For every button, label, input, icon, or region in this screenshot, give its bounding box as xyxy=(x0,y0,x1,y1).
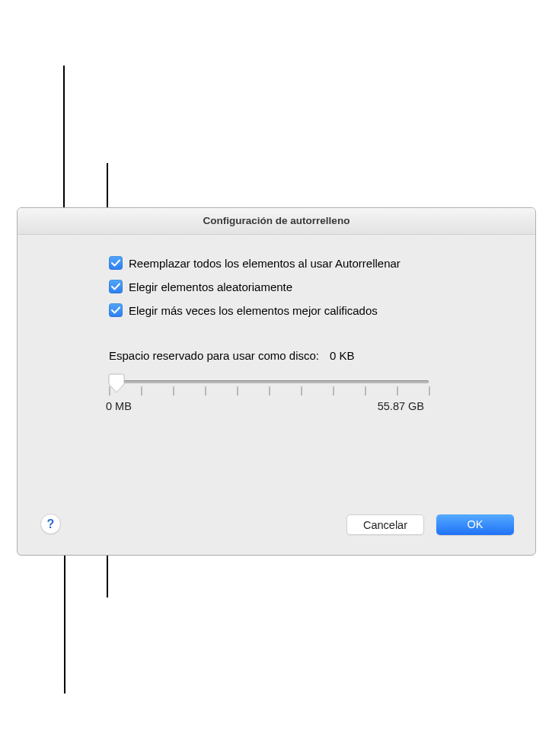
ok-button-label: OK xyxy=(468,518,484,530)
checkmark-icon xyxy=(110,281,121,292)
disk-space-label: Espacio reservado para usar como disco: xyxy=(109,349,319,362)
help-icon: ? xyxy=(47,517,55,530)
slider-ticks xyxy=(109,386,429,396)
ok-button[interactable]: OK xyxy=(436,514,514,535)
autofill-settings-dialog: Configuración de autorrelleno Reemplazar… xyxy=(17,207,536,556)
cancel-button[interactable]: Cancelar xyxy=(346,514,424,535)
disk-space-slider[interactable]: 0 MB 55.87 GB xyxy=(109,371,429,406)
checkbox-rated[interactable] xyxy=(109,303,123,317)
checkbox-random-label: Elegir elementos aleatoriamente xyxy=(129,280,292,293)
checkbox-row-random[interactable]: Elegir elementos aleatoriamente xyxy=(109,280,512,293)
checkbox-rated-label: Elegir más veces los elementos mejor cal… xyxy=(129,304,378,317)
slider-max-label: 55.87 GB xyxy=(378,400,424,412)
slider-min-label: 0 MB xyxy=(106,400,132,412)
disk-space-value: 0 KB xyxy=(330,349,355,362)
cancel-button-label: Cancelar xyxy=(363,519,407,531)
checkmark-icon xyxy=(110,258,121,268)
checkbox-row-rated[interactable]: Elegir más veces los elementos mejor cal… xyxy=(109,303,512,317)
help-button[interactable]: ? xyxy=(40,514,61,534)
checkbox-random[interactable] xyxy=(109,280,123,293)
checkbox-row-replace[interactable]: Reemplazar todos los elementos al usar A… xyxy=(109,256,512,270)
dialog-title: Configuración de autorrelleno xyxy=(18,208,535,235)
checkbox-replace-label: Reemplazar todos los elementos al usar A… xyxy=(129,257,401,270)
checkmark-icon xyxy=(110,305,121,316)
disk-space-label-row: Espacio reservado para usar como disco: … xyxy=(109,349,512,362)
slider-track xyxy=(109,380,429,383)
checkbox-replace[interactable] xyxy=(109,256,123,270)
dialog-title-text: Configuración de autorrelleno xyxy=(203,215,350,226)
